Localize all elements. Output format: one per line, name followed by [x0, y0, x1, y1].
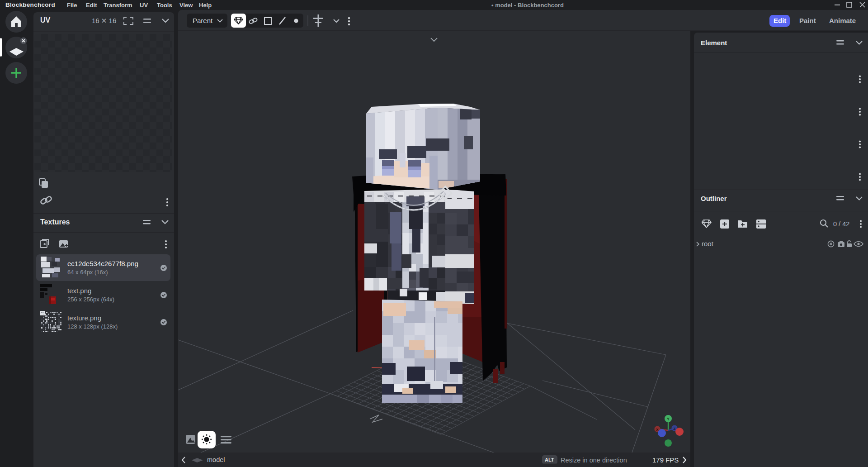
- svg-text:Z: Z: [674, 427, 676, 431]
- svg-text:Y: Y: [667, 417, 670, 421]
